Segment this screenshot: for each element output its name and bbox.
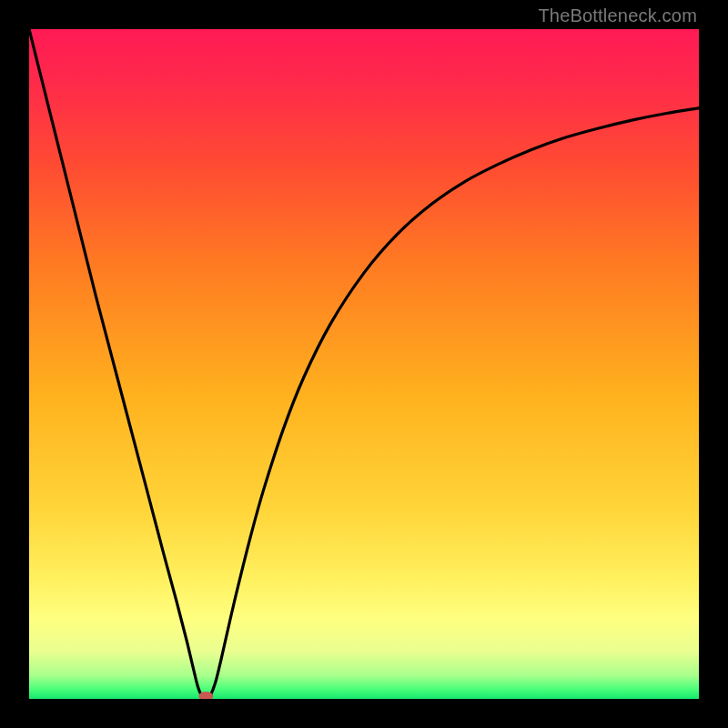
plot-frame [29,29,699,699]
bottleneck-chart [29,29,699,699]
watermark-text: TheBottleneck.com [538,5,697,26]
